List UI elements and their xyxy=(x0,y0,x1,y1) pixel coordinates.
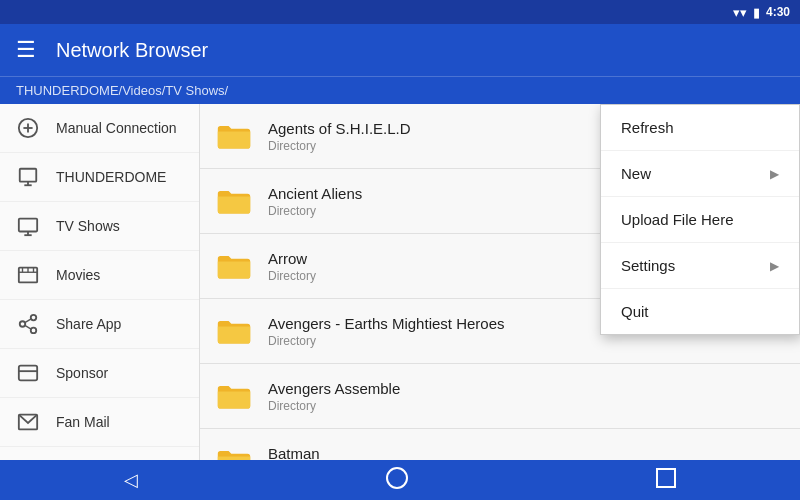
bottom-nav: ◁ xyxy=(0,460,800,500)
sidebar-label-manual-connection: Manual Connection xyxy=(56,120,177,136)
svg-point-14 xyxy=(31,315,37,321)
menu-label-upload-file-here: Upload File Here xyxy=(621,211,734,228)
dir-name: Avengers Assemble xyxy=(268,380,400,397)
sidebar-item-tv-shows[interactable]: TV Shows xyxy=(0,202,199,251)
app-bar: ☰ Network Browser xyxy=(0,24,800,76)
svg-line-18 xyxy=(25,319,31,323)
home-icon xyxy=(386,467,408,489)
sidebar-label-fan-mail: Fan Mail xyxy=(56,414,110,430)
dir-type: Directory xyxy=(268,334,505,348)
dir-name: Agents of S.H.I.E.L.D xyxy=(268,120,411,137)
submenu-arrow-new: ▶ xyxy=(770,167,779,181)
dir-type: Directory xyxy=(268,204,362,218)
menu-label-refresh: Refresh xyxy=(621,119,674,136)
dir-info: Agents of S.H.I.E.L.D Directory xyxy=(268,120,411,153)
fan-mail-icon xyxy=(16,410,40,434)
sidebar-item-fan-mail[interactable]: Fan Mail xyxy=(0,398,199,447)
svg-rect-3 xyxy=(20,169,37,182)
svg-rect-6 xyxy=(19,219,37,232)
sidebar-label-movies: Movies xyxy=(56,267,100,283)
sidebar-item-movies[interactable]: Movies xyxy=(0,251,199,300)
dir-name: Batman xyxy=(268,445,320,461)
status-icons: ▾▾ ▮ 4:30 xyxy=(733,5,790,20)
back-button[interactable]: ◁ xyxy=(94,461,168,499)
dir-name: Arrow xyxy=(268,250,316,267)
recents-button[interactable] xyxy=(626,460,706,501)
folder-icon xyxy=(216,313,252,349)
menu-label-settings: Settings xyxy=(621,257,675,274)
menu-item-upload-file-here[interactable]: Upload File Here xyxy=(601,197,799,243)
dir-type: Directory xyxy=(268,139,411,153)
menu-item-quit[interactable]: Quit xyxy=(601,289,799,334)
directory-item[interactable]: Avengers Assemble Directory xyxy=(200,364,800,429)
sidebar-item-sponsor[interactable]: Sponsor xyxy=(0,349,199,398)
sidebar-item-manual-connection[interactable]: Manual Connection xyxy=(0,104,199,153)
dir-info: Arrow Directory xyxy=(268,250,316,283)
thunderdome-icon xyxy=(16,165,40,189)
wifi-icon: ▾▾ xyxy=(733,5,747,20)
svg-point-15 xyxy=(20,321,26,327)
dir-type: Directory xyxy=(268,269,316,283)
menu-item-settings[interactable]: Settings ▶ xyxy=(601,243,799,289)
menu-item-new[interactable]: New ▶ xyxy=(601,151,799,197)
svg-line-17 xyxy=(25,325,31,329)
svg-point-16 xyxy=(31,328,37,334)
app-title: Network Browser xyxy=(56,39,208,62)
dir-info: Batman Directory xyxy=(268,445,320,461)
recents-icon xyxy=(656,468,676,488)
dir-info: Avengers - Earths Mightiest Heroes Direc… xyxy=(268,315,505,348)
breadcrumb-bar: THUNDERDOME/Videos/TV Shows/ xyxy=(0,76,800,104)
battery-icon: ▮ xyxy=(753,5,760,20)
menu-label-quit: Quit xyxy=(621,303,649,320)
sidebar-label-share-app: Share App xyxy=(56,316,121,332)
sidebar: Manual Connection THUNDERDOME TV Shows M… xyxy=(0,104,200,460)
manual-connection-icon xyxy=(16,116,40,140)
dir-name: Ancient Aliens xyxy=(268,185,362,202)
dir-name: Avengers - Earths Mightiest Heroes xyxy=(268,315,505,332)
folder-icon xyxy=(216,248,252,284)
directory-item[interactable]: Batman Directory xyxy=(200,429,800,460)
share-app-icon xyxy=(16,312,40,336)
dir-info: Avengers Assemble Directory xyxy=(268,380,400,413)
folder-icon xyxy=(216,443,252,460)
sidebar-item-remove-advertising[interactable]: Remove Advertising xyxy=(0,447,199,460)
sponsor-icon xyxy=(16,361,40,385)
status-bar: ▾▾ ▮ 4:30 xyxy=(0,0,800,24)
tv-shows-icon xyxy=(16,214,40,238)
dir-info: Ancient Aliens Directory xyxy=(268,185,362,218)
sidebar-item-share-app[interactable]: Share App xyxy=(0,300,199,349)
folder-icon xyxy=(216,118,252,154)
folder-icon xyxy=(216,183,252,219)
folder-icon xyxy=(216,378,252,414)
main-layout: Manual Connection THUNDERDOME TV Shows M… xyxy=(0,104,800,460)
sidebar-label-sponsor: Sponsor xyxy=(56,365,108,381)
content-wrapper: Agents of S.H.I.E.L.D Directory Ancient … xyxy=(200,104,800,460)
clock: 4:30 xyxy=(766,5,790,19)
context-menu: Refresh New ▶ Upload File Here Settings … xyxy=(600,104,800,335)
breadcrumb: THUNDERDOME/Videos/TV Shows/ xyxy=(16,83,228,98)
svg-rect-19 xyxy=(19,366,37,381)
dir-type: Directory xyxy=(268,399,400,413)
sidebar-item-thunderdome[interactable]: THUNDERDOME xyxy=(0,153,199,202)
movies-icon xyxy=(16,263,40,287)
sidebar-label-tv-shows: TV Shows xyxy=(56,218,120,234)
hamburger-icon[interactable]: ☰ xyxy=(16,37,36,63)
menu-label-new: New xyxy=(621,165,651,182)
menu-item-refresh[interactable]: Refresh xyxy=(601,105,799,151)
home-button[interactable] xyxy=(356,459,438,501)
sidebar-label-thunderdome: THUNDERDOME xyxy=(56,169,166,185)
submenu-arrow-settings: ▶ xyxy=(770,259,779,273)
